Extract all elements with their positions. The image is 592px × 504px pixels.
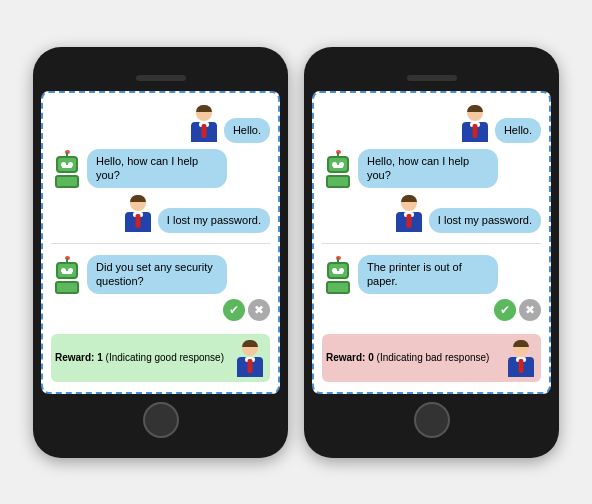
bubble: I lost my password. [158, 208, 270, 232]
avatar-human [459, 103, 491, 143]
reward-text: Reward: 0 (Indicating bad response) [326, 351, 505, 364]
reward-row-good: Reward: 1 (Indicating good response) [51, 334, 270, 382]
bubble: Hello, how can I help you? [358, 149, 498, 188]
msg-row: The printer is out of paper. [322, 254, 541, 294]
cross-icon: ✖ [519, 299, 541, 321]
avatar-human [393, 193, 425, 233]
phone-screen-good: Hello. [41, 91, 280, 394]
phone-screen-bad: Hello. [312, 91, 551, 394]
msg-row: Did you set any security question? [51, 254, 270, 294]
reward-text: Reward: 1 (Indicating good response) [55, 351, 234, 364]
bubble: Hello. [224, 118, 270, 142]
scene: Hello. [33, 47, 559, 458]
avatar-human-small [505, 338, 537, 378]
home-button[interactable] [414, 402, 450, 438]
bubble: Hello, how can I help you? [87, 149, 227, 188]
phone-speaker [136, 75, 186, 81]
msg-row: Hello. [51, 103, 270, 143]
check-icon: ✔ [223, 299, 245, 321]
reward-row-bad: Reward: 0 (Indicating bad response) [322, 334, 541, 382]
bubble: Did you set any security question? [87, 255, 227, 294]
home-button[interactable] [143, 402, 179, 438]
reaction-icons: ✔ ✖ [51, 299, 270, 321]
msg-row: Hello, how can I help you? [51, 148, 270, 188]
msg-row: I lost my password. [51, 193, 270, 233]
avatar-robot [322, 148, 354, 188]
avatar-robot [51, 254, 83, 294]
chat-area-bad: Hello. [320, 99, 543, 386]
bubble: Hello. [495, 118, 541, 142]
avatar-human [188, 103, 220, 143]
avatar-human [122, 193, 154, 233]
avatar-robot [51, 148, 83, 188]
check-icon: ✔ [494, 299, 516, 321]
phone-bad: Hello. [304, 47, 559, 458]
msg-row: Hello. [322, 103, 541, 143]
msg-row: I lost my password. [322, 193, 541, 233]
bubble: The printer is out of paper. [358, 255, 498, 294]
avatar-human-small [234, 338, 266, 378]
phone-good: Hello. [33, 47, 288, 458]
phone-speaker [407, 75, 457, 81]
avatar-robot [322, 254, 354, 294]
reaction-icons: ✔ ✖ [322, 299, 541, 321]
bubble: I lost my password. [429, 208, 541, 232]
msg-row: Hello, how can I help you? [322, 148, 541, 188]
cross-icon: ✖ [248, 299, 270, 321]
chat-area-good: Hello. [49, 99, 272, 386]
